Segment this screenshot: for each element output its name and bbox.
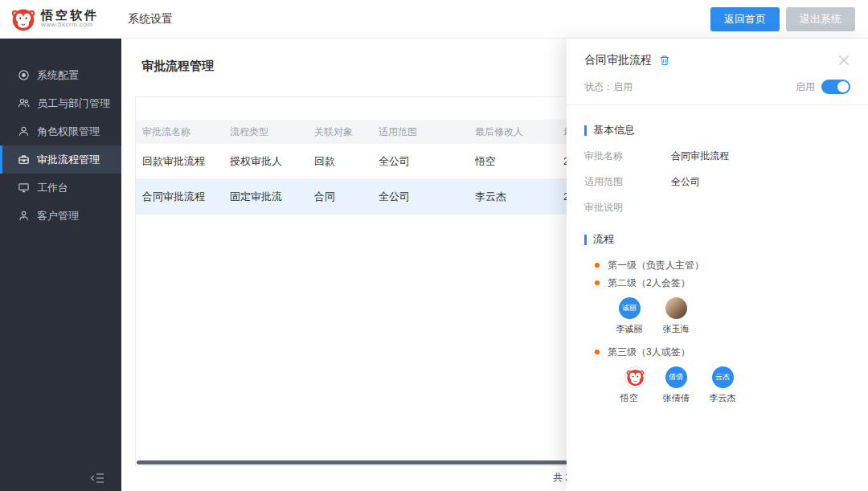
workbench-icon bbox=[18, 182, 30, 194]
approval-detail-panel: 合同审批流程 状态：启用 启用 基本信息 审批名称合同审批流程适用范围全公司审批… bbox=[567, 39, 868, 491]
status-toggle[interactable] bbox=[821, 80, 850, 94]
section-flow: 流程 bbox=[584, 232, 850, 247]
horizontal-scrollbar[interactable] bbox=[137, 460, 567, 464]
sidebar-item-label: 审批流程管理 bbox=[37, 153, 100, 167]
field-label: 审批说明 bbox=[584, 201, 671, 215]
close-icon[interactable] bbox=[837, 54, 850, 67]
employees-icon bbox=[18, 97, 30, 109]
delete-icon[interactable] bbox=[659, 55, 670, 66]
section-basic-info: 基本信息 bbox=[584, 123, 850, 137]
sidebar-menu: 系统配置员工与部门管理角色权限管理审批流程管理工作台客户管理 bbox=[0, 61, 121, 230]
flow-member: 倩倩张倩倩 bbox=[658, 366, 694, 404]
table-cell: 合同审批流程 bbox=[142, 190, 230, 204]
sidebar-item-approval-flow[interactable]: 审批流程管理 bbox=[0, 145, 121, 174]
brand-url: www.5kcrm.com bbox=[41, 22, 99, 29]
brand-logo: 悟空软件 www.5kcrm.com bbox=[11, 7, 99, 31]
level-dot-icon bbox=[595, 350, 600, 354]
table-cell: 悟空 bbox=[475, 154, 563, 169]
sidebar-item-label: 角色权限管理 bbox=[37, 125, 100, 139]
level-dot-icon bbox=[595, 263, 600, 268]
field-label: 审批名称 bbox=[584, 149, 671, 163]
table-cell: 全公司 bbox=[379, 154, 475, 169]
member-name: 悟空 bbox=[620, 392, 638, 404]
sidebar-item-label: 员工与部门管理 bbox=[37, 96, 110, 111]
flow-level: 第一级（负责人主管） bbox=[584, 256, 850, 274]
monkey-logo-icon bbox=[11, 7, 35, 31]
sidebar-item-label: 工作台 bbox=[37, 181, 68, 195]
sidebar-item-system-config[interactable]: 系统配置 bbox=[0, 61, 121, 89]
member-photo-avatar bbox=[665, 297, 687, 319]
member-monkey-avatar bbox=[624, 366, 646, 388]
detail-field: 适用范围全公司 bbox=[584, 175, 850, 189]
sidebar-item-roles[interactable]: 角色权限管理 bbox=[0, 117, 121, 145]
column-header: 最后修改人 bbox=[475, 125, 563, 139]
sidebar-item-customers[interactable]: 客户管理 bbox=[0, 202, 121, 230]
table-cell: 固定审批流 bbox=[230, 190, 314, 204]
member-initials-avatar: 云杰 bbox=[712, 366, 734, 388]
toggle-label: 启用 bbox=[796, 80, 815, 94]
column-header: 适用范围 bbox=[379, 125, 475, 139]
detail-field: 审批名称合同审批流程 bbox=[584, 149, 850, 163]
table-cell: 李云杰 bbox=[475, 190, 563, 204]
basic-fields: 审批名称合同审批流程适用范围全公司审批说明 bbox=[584, 149, 850, 215]
flow-member: 张玉海 bbox=[658, 297, 694, 335]
table-cell: 合同 bbox=[314, 190, 379, 204]
section-accent-bar bbox=[584, 235, 587, 245]
table-cell: 回款 bbox=[314, 154, 379, 169]
page-title: 审批流程管理 bbox=[141, 59, 214, 74]
level-label: 第一级（负责人主管） bbox=[608, 259, 704, 272]
sidebar-item-employees[interactable]: 员工与部门管理 bbox=[0, 89, 121, 117]
member-name: 张倩倩 bbox=[663, 392, 690, 404]
column-header: 审批流名称 bbox=[142, 125, 230, 139]
table-cell: 回款审批流程 bbox=[142, 154, 230, 169]
flow-member: 云杰李云杰 bbox=[705, 366, 740, 404]
column-header: 流程类型 bbox=[230, 125, 314, 139]
logout-button[interactable]: 退出系统 bbox=[786, 7, 855, 31]
page-section-title: 系统设置 bbox=[128, 12, 173, 27]
section-accent-bar bbox=[584, 125, 587, 136]
sidebar-item-label: 客户管理 bbox=[37, 209, 79, 223]
top-header: 悟空软件 www.5kcrm.com 系统设置 返回首页 退出系统 bbox=[0, 0, 868, 39]
field-value: 合同审批流程 bbox=[671, 149, 729, 163]
status-text: 状态：启用 bbox=[584, 80, 633, 94]
sidebar-item-label: 系统配置 bbox=[37, 68, 79, 83]
collapse-sidebar-icon[interactable] bbox=[90, 472, 104, 485]
level-label: 第二级（2人会签） bbox=[608, 276, 690, 290]
flow-member: 诚丽李诚丽 bbox=[612, 297, 647, 335]
roles-icon bbox=[18, 125, 30, 137]
panel-title: 合同审批流程 bbox=[584, 53, 652, 68]
member-initials-avatar: 诚丽 bbox=[619, 297, 641, 319]
table-cell: 全公司 bbox=[379, 190, 475, 204]
flow-levels: 第一级（负责人主管）第二级（2人会签）诚丽李诚丽张玉海第三级（3人或签） 悟空倩… bbox=[584, 256, 850, 404]
brand-name: 悟空软件 bbox=[41, 9, 99, 23]
detail-field: 审批说明 bbox=[584, 201, 850, 215]
flow-level: 第三级（3人或签） 悟空倩倩张倩倩云杰李云杰 bbox=[584, 343, 850, 404]
customers-icon bbox=[18, 210, 30, 222]
approval-flow-icon bbox=[18, 153, 30, 166]
flow-level: 第二级（2人会签）诚丽李诚丽张玉海 bbox=[584, 274, 850, 335]
column-header: 关联对象 bbox=[314, 125, 379, 139]
table-cell: 授权审批人 bbox=[230, 154, 314, 169]
flow-member: 悟空 bbox=[612, 366, 647, 404]
member-initials-avatar: 倩倩 bbox=[665, 366, 687, 388]
level-label: 第三级（3人或签） bbox=[608, 346, 690, 359]
sidebar-item-workbench[interactable]: 工作台 bbox=[0, 174, 121, 202]
member-name: 张玉海 bbox=[663, 323, 690, 335]
member-name: 李诚丽 bbox=[616, 323, 643, 335]
sidebar: 系统配置员工与部门管理角色权限管理审批流程管理工作台客户管理 bbox=[0, 39, 121, 491]
field-value: 全公司 bbox=[671, 175, 700, 189]
system-config-icon bbox=[18, 69, 30, 81]
back-home-button[interactable]: 返回首页 bbox=[710, 7, 780, 31]
field-label: 适用范围 bbox=[584, 175, 671, 189]
member-name: 李云杰 bbox=[710, 392, 736, 404]
level-dot-icon bbox=[595, 280, 600, 285]
